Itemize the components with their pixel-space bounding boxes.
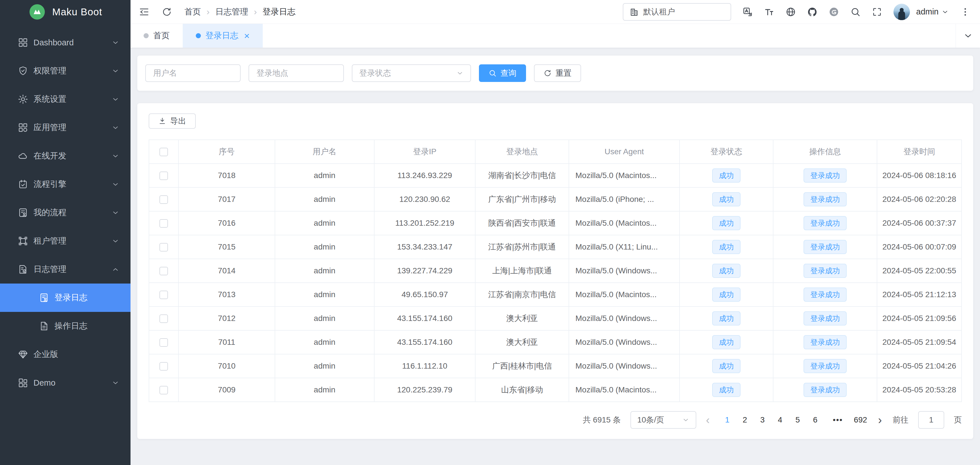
chevron-down-icon bbox=[111, 38, 120, 47]
tenant-select[interactable]: 默认租户 bbox=[623, 3, 731, 21]
status-tag: 成功 bbox=[712, 335, 741, 349]
sidebar-item-流程引擎[interactable]: 流程引擎 bbox=[0, 170, 130, 198]
export-button[interactable]: 导出 bbox=[149, 113, 196, 129]
translate-icon[interactable] bbox=[743, 7, 753, 17]
column-header: 登录时间 bbox=[877, 140, 962, 163]
sidebar-item-租户管理[interactable]: 租户管理 bbox=[0, 227, 130, 255]
tab-close-icon[interactable]: × bbox=[244, 31, 250, 41]
page-button-3[interactable]: 3 bbox=[754, 415, 770, 424]
tabs-dropdown-button[interactable] bbox=[956, 24, 980, 48]
page-size-select[interactable]: 10条/页 bbox=[630, 411, 696, 429]
cell-location: 澳大利亚 bbox=[475, 306, 569, 330]
cell-checkbox bbox=[149, 235, 178, 259]
fullscreen-icon[interactable] bbox=[872, 7, 882, 17]
cell-user: admin bbox=[275, 354, 374, 378]
checkbox[interactable] bbox=[159, 386, 168, 394]
status-tag: 成功 bbox=[712, 168, 741, 183]
sidebar-item-登录日志[interactable]: 登录日志 bbox=[0, 284, 130, 312]
reset-button-label: 重置 bbox=[555, 68, 571, 79]
page-button-2[interactable]: 2 bbox=[737, 415, 753, 424]
page-button-5[interactable]: 5 bbox=[790, 415, 805, 424]
log-icon bbox=[18, 264, 29, 275]
checkbox[interactable] bbox=[159, 362, 168, 371]
sidebar-item-我的流程[interactable]: 我的流程 bbox=[0, 198, 130, 227]
search-icon[interactable] bbox=[850, 7, 861, 17]
kebab-menu-icon[interactable] bbox=[960, 7, 970, 17]
sidebar-item-在线开发[interactable]: 在线开发 bbox=[0, 142, 130, 170]
username-input[interactable] bbox=[145, 64, 240, 82]
column-header: 登录IP bbox=[374, 140, 475, 163]
next-page-button[interactable]: › bbox=[878, 414, 882, 425]
table-row: 7016admin113.201.252.219陕西省|西安市|联通Mozill… bbox=[149, 211, 962, 235]
sidebar-item-应用管理[interactable]: 应用管理 bbox=[0, 113, 130, 142]
tab-home[interactable]: 首页 bbox=[130, 24, 183, 48]
github-icon[interactable] bbox=[807, 7, 818, 17]
cell-no: 7015 bbox=[178, 235, 275, 259]
sidebar-item-Demo[interactable]: Demo bbox=[0, 368, 130, 397]
checkbox[interactable] bbox=[159, 243, 168, 251]
menu-fold-icon[interactable] bbox=[139, 7, 149, 17]
globe-icon[interactable] bbox=[786, 7, 796, 17]
refresh-icon[interactable] bbox=[162, 7, 172, 17]
cell-location: 湖南省|长沙市|电信 bbox=[475, 163, 569, 187]
goto-page-input[interactable] bbox=[918, 411, 944, 429]
last-page-button[interactable]: 692 bbox=[853, 415, 869, 424]
sidebar-item-日志管理[interactable]: 日志管理 bbox=[0, 255, 130, 284]
search-button-label: 查询 bbox=[501, 68, 516, 79]
location-input[interactable] bbox=[248, 64, 344, 82]
status-select[interactable]: 登录状态 bbox=[352, 64, 471, 82]
gitee-icon[interactable] bbox=[829, 7, 839, 17]
checkbox[interactable] bbox=[159, 219, 168, 228]
checkbox[interactable] bbox=[159, 314, 168, 323]
sidebar-item-操作日志[interactable]: 操作日志 bbox=[0, 312, 130, 340]
cell-location: 江苏省|南京市|电信 bbox=[475, 282, 569, 306]
breadcrumb-log-management[interactable]: 日志管理 bbox=[215, 6, 248, 17]
message-tag: 登录成功 bbox=[803, 216, 846, 230]
tab-bar: 首页 登录日志 × bbox=[130, 24, 980, 48]
chevron-down-icon bbox=[682, 416, 689, 424]
tab-login-log[interactable]: 登录日志 × bbox=[183, 24, 263, 48]
prev-page-button[interactable]: ‹ bbox=[706, 414, 710, 425]
page-button-6[interactable]: 6 bbox=[807, 415, 823, 424]
message-tag: 登录成功 bbox=[803, 264, 846, 278]
checkbox[interactable] bbox=[159, 267, 168, 275]
page-unit-label: 页 bbox=[954, 414, 962, 425]
cell-no: 7012 bbox=[178, 306, 275, 330]
chevron-down-icon bbox=[456, 70, 464, 77]
user-menu[interactable]: admin bbox=[916, 7, 949, 16]
checkbox[interactable] bbox=[159, 148, 168, 156]
sidebar-item-权限管理[interactable]: 权限管理 bbox=[0, 57, 130, 85]
apps-icon bbox=[18, 122, 29, 133]
cell-time: 2024-05-05 21:09:54 bbox=[877, 330, 962, 354]
checkbox[interactable] bbox=[159, 171, 168, 180]
font-size-icon[interactable] bbox=[764, 7, 774, 17]
sidebar-item-系统设置[interactable]: 系统设置 bbox=[0, 85, 130, 113]
sidebar-item-企业版[interactable]: 企业版 bbox=[0, 340, 130, 368]
checkbox[interactable] bbox=[159, 338, 168, 347]
cell-user: admin bbox=[275, 306, 374, 330]
cell-message: 登录成功 bbox=[773, 306, 877, 330]
cell-ip: 43.155.174.160 bbox=[374, 306, 475, 330]
checkbox[interactable] bbox=[159, 195, 168, 204]
more-pages-button[interactable]: ••• bbox=[833, 415, 843, 424]
checkbox[interactable] bbox=[159, 290, 168, 299]
sidebar-item-Dashboard[interactable]: Dashboard bbox=[0, 29, 130, 57]
cell-message: 登录成功 bbox=[773, 330, 877, 354]
chevron-down-icon bbox=[963, 31, 973, 41]
header-left: 首页 › 日志管理 › 登录日志 bbox=[139, 6, 295, 17]
cell-status: 成功 bbox=[679, 235, 773, 259]
page-button-1[interactable]: 1 bbox=[719, 415, 735, 424]
message-tag: 登录成功 bbox=[803, 168, 846, 183]
column-header: 操作信息 bbox=[773, 140, 877, 163]
message-tag: 登录成功 bbox=[803, 383, 846, 397]
column-header: 登录地点 bbox=[475, 140, 569, 163]
cell-message: 登录成功 bbox=[773, 211, 877, 235]
avatar[interactable] bbox=[894, 4, 910, 20]
tab-dot-icon bbox=[196, 33, 201, 38]
reset-button[interactable]: 重置 bbox=[534, 64, 581, 82]
table-card: 导出 序号用户名登录IP登录地点User Agent登录状态操作信息登录时间 7… bbox=[137, 103, 973, 439]
grid-icon bbox=[18, 37, 29, 48]
search-button[interactable]: 查询 bbox=[479, 64, 526, 82]
page-button-4[interactable]: 4 bbox=[772, 415, 788, 424]
breadcrumb-home[interactable]: 首页 bbox=[185, 6, 201, 17]
